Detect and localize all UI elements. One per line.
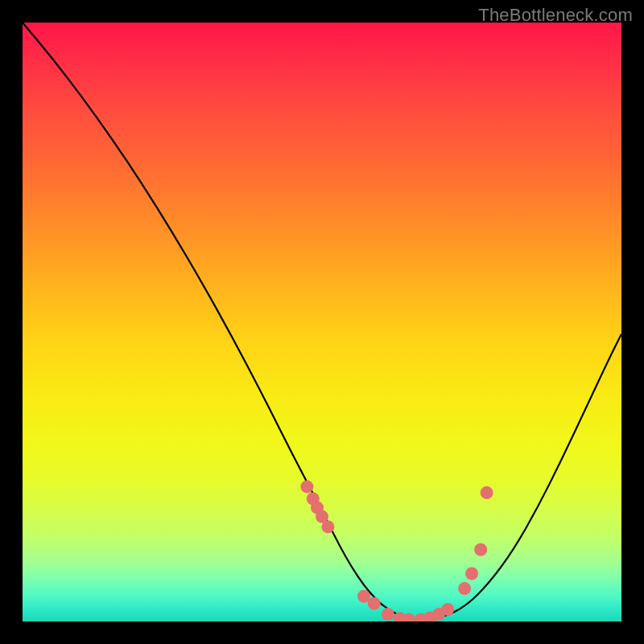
data-point xyxy=(300,481,313,493)
data-point xyxy=(321,520,334,533)
data-point xyxy=(465,567,478,580)
data-point xyxy=(481,486,493,499)
plot-area xyxy=(23,23,621,621)
data-point xyxy=(458,582,471,595)
chart-svg xyxy=(23,23,621,621)
data-point xyxy=(382,608,394,621)
scatter-points xyxy=(300,481,493,621)
data-point xyxy=(441,603,454,616)
bottleneck-curve xyxy=(23,23,621,619)
data-point xyxy=(474,543,487,556)
data-point xyxy=(368,597,381,610)
watermark-text: TheBottleneck.com xyxy=(478,5,633,26)
